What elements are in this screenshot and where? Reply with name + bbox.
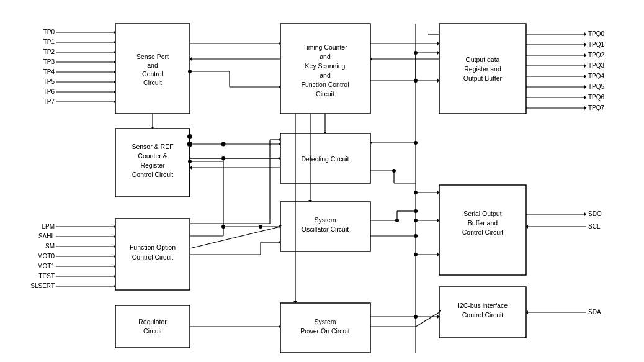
svg-text:Oscillator Circuit: Oscillator Circuit: [302, 225, 349, 233]
svg-line-179: [416, 312, 439, 327]
svg-text:Function Option: Function Option: [130, 243, 176, 251]
svg-point-151: [414, 141, 418, 145]
svg-text:Regulator: Regulator: [138, 318, 167, 325]
svg-text:TP6: TP6: [43, 88, 55, 95]
svg-text:System: System: [314, 216, 336, 224]
svg-point-160: [414, 209, 418, 213]
svg-point-142: [414, 191, 418, 194]
svg-marker-103: [584, 85, 586, 89]
svg-text:TP2: TP2: [43, 48, 55, 55]
svg-line-163: [190, 227, 280, 248]
svg-text:TPQ0: TPQ0: [588, 30, 605, 37]
svg-text:Sensor & REF: Sensor & REF: [132, 143, 173, 150]
svg-text:TEST: TEST: [38, 273, 55, 279]
svg-point-172: [221, 156, 225, 160]
svg-text:Serial Output: Serial Output: [463, 210, 501, 217]
svg-text:SDO: SDO: [588, 210, 602, 217]
svg-text:TPQ2: TPQ2: [588, 52, 605, 58]
svg-marker-112: [584, 212, 586, 216]
svg-marker-94: [584, 53, 586, 57]
svg-text:and: and: [147, 61, 158, 69]
svg-text:TP5: TP5: [43, 78, 55, 85]
svg-text:Key Scanning: Key Scanning: [305, 62, 346, 70]
svg-point-162: [414, 234, 418, 238]
svg-text:Output data: Output data: [466, 56, 500, 63]
svg-text:TPQ3: TPQ3: [588, 62, 605, 69]
svg-text:I2C-bus interface: I2C-bus interface: [458, 302, 508, 309]
svg-text:MOT1: MOT1: [37, 263, 55, 269]
svg-marker-97: [584, 64, 586, 68]
svg-text:System: System: [314, 318, 336, 325]
svg-text:Counter &: Counter &: [138, 152, 167, 160]
svg-text:TPQ4: TPQ4: [588, 73, 605, 79]
svg-marker-88: [584, 32, 586, 36]
svg-text:Control Circuit: Control Circuit: [132, 253, 174, 261]
diagram-container: Sense Port and Control Circuit Timing Co…: [0, 0, 644, 362]
svg-text:TP4: TP4: [43, 68, 55, 75]
svg-text:Sense Port: Sense Port: [136, 53, 169, 60]
svg-text:TP7: TP7: [43, 98, 55, 105]
diagram-svg: Sense Port and Control Circuit Timing Co…: [0, 0, 644, 362]
svg-text:Control: Control: [142, 70, 163, 78]
svg-rect-33: [115, 305, 190, 348]
svg-text:and: and: [320, 53, 331, 60]
svg-text:Detecting Circuit: Detecting Circuit: [301, 155, 349, 163]
svg-text:TP0: TP0: [43, 29, 55, 35]
svg-point-215: [188, 70, 192, 73]
svg-text:TP1: TP1: [43, 38, 55, 45]
svg-text:SM: SM: [45, 243, 55, 250]
svg-text:TPQ5: TPQ5: [588, 83, 605, 90]
svg-text:Buffer and: Buffer and: [468, 219, 498, 227]
svg-text:Register and: Register and: [464, 65, 501, 73]
svg-text:SDA: SDA: [588, 309, 601, 315]
svg-text:SAHL: SAHL: [38, 233, 55, 240]
svg-marker-91: [584, 43, 586, 47]
svg-text:TPQ1: TPQ1: [588, 41, 605, 48]
svg-text:Register: Register: [140, 161, 165, 169]
svg-text:Circuit: Circuit: [316, 90, 334, 97]
svg-text:TPQ6: TPQ6: [588, 94, 605, 101]
svg-text:Power On Circuit: Power On Circuit: [300, 327, 349, 335]
svg-text:SLSERT: SLSERT: [30, 283, 55, 289]
svg-text:TPQ7: TPQ7: [588, 104, 605, 111]
svg-point-155: [392, 169, 396, 173]
svg-text:TP3: TP3: [43, 58, 55, 65]
svg-text:and: and: [320, 71, 331, 79]
svg-text:Control Circuit: Control Circuit: [462, 311, 504, 319]
svg-text:Output Buffer: Output Buffer: [463, 75, 503, 82]
svg-text:Circuit: Circuit: [143, 79, 162, 86]
svg-marker-106: [584, 96, 586, 99]
svg-text:MOT0: MOT0: [37, 253, 55, 260]
svg-text:Function Control: Function Control: [301, 81, 349, 88]
svg-marker-109: [584, 106, 586, 110]
svg-text:Control Circuit: Control Circuit: [462, 229, 504, 236]
svg-point-201: [259, 225, 262, 229]
svg-text:Timing Counter: Timing Counter: [303, 43, 347, 51]
svg-marker-100: [584, 75, 586, 78]
svg-text:Control Circuit: Control Circuit: [132, 171, 174, 178]
svg-point-148: [414, 253, 418, 256]
svg-point-145: [414, 219, 418, 222]
svg-text:SCL: SCL: [588, 223, 601, 230]
svg-text:Circuit: Circuit: [143, 327, 162, 335]
svg-point-175: [221, 225, 225, 229]
svg-text:LPM: LPM: [42, 223, 55, 230]
